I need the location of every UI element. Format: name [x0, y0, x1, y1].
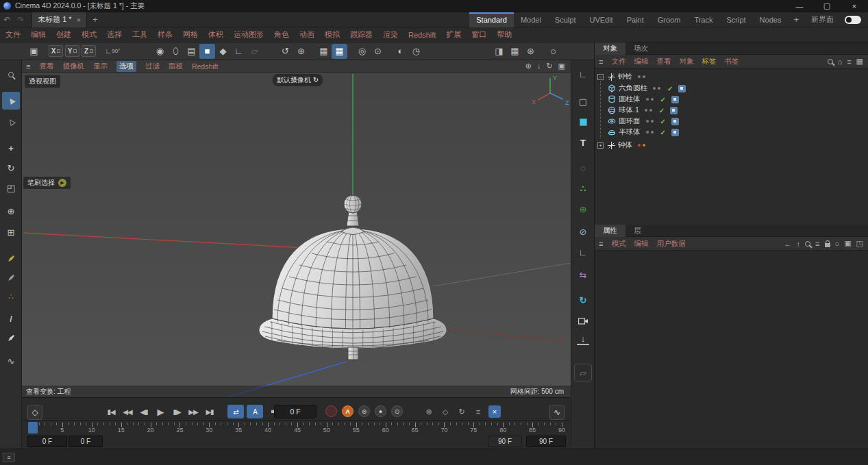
filter-icon[interactable]: ≡: [815, 240, 819, 248]
tree-row-hemisphere[interactable]: 半球体 ✓: [595, 127, 868, 138]
cluster-icon[interactable]: ∴: [574, 180, 592, 197]
capsule-tool-button[interactable]: ⬯: [168, 44, 184, 59]
text-tool-icon[interactable]: T: [574, 134, 592, 151]
rotate-view-icon[interactable]: ↻: [546, 62, 552, 71]
record-position-icon[interactable]: ⊕: [423, 405, 435, 418]
z-axis-lock-button[interactable]: Z: [82, 45, 96, 57]
spline-pen-button[interactable]: [2, 249, 20, 267]
filter-icon[interactable]: ≡: [847, 58, 851, 66]
viewport-canvas[interactable]: [22, 60, 571, 397]
visibility-dots[interactable]: [653, 87, 660, 90]
maximize-button[interactable]: ▢: [813, 0, 841, 12]
menu-mograph[interactable]: 运动图形: [234, 29, 264, 40]
grid-snap-button[interactable]: ▦: [316, 44, 332, 59]
om-menu-bookmarks[interactable]: 书签: [724, 57, 739, 66]
phong-tag-icon[interactable]: [670, 107, 678, 114]
autokey-button[interactable]: A: [342, 405, 354, 417]
frame-region-icon[interactable]: ▢: [574, 93, 592, 110]
record-scale-icon[interactable]: ◇: [439, 405, 451, 418]
visibility-dots[interactable]: [645, 109, 652, 112]
import-tray-icon[interactable]: ↓: [577, 333, 589, 345]
snap-enabled-button[interactable]: ▦: [332, 44, 347, 59]
spline-tool-button[interactable]: ∟: [231, 44, 247, 59]
om-menu-view[interactable]: 查看: [656, 57, 671, 66]
timeline-graph-button[interactable]: ∿: [549, 405, 565, 420]
layout-tab-standard[interactable]: Standard: [469, 12, 514, 27]
undo-icon[interactable]: ↶: [0, 15, 14, 25]
menu-file[interactable]: 文件: [5, 29, 21, 40]
brush-play-icon[interactable]: ▶: [58, 179, 66, 187]
object-name[interactable]: 圆环面: [619, 116, 641, 126]
enabled-check-icon[interactable]: ✓: [659, 107, 665, 114]
close-tab-icon[interactable]: ×: [77, 16, 81, 24]
menu-tracker[interactable]: 跟踪器: [350, 29, 373, 40]
layout-tab-track[interactable]: Track: [687, 12, 719, 27]
vp-menu-filter[interactable]: 过滤: [145, 62, 160, 71]
vp-menu-options[interactable]: 选项: [116, 61, 136, 72]
layout-tab-groom[interactable]: Groom: [651, 12, 688, 27]
next-key-icon[interactable]: ▶▶: [185, 405, 201, 418]
vp-menu-redshift[interactable]: Redshift: [192, 62, 219, 71]
search-icon[interactable]: [828, 59, 833, 64]
collapse-icon[interactable]: −: [597, 74, 604, 80]
hamburger-icon[interactable]: ≡: [599, 58, 603, 66]
record-parameter-icon[interactable]: ≡: [472, 405, 484, 418]
menu-render[interactable]: 渲染: [383, 29, 398, 40]
menu-window[interactable]: 窗口: [471, 29, 486, 40]
toggle-view-icon[interactable]: ▣: [558, 62, 565, 71]
tab-attributes[interactable]: 属性: [595, 225, 625, 237]
object-name[interactable]: 钟体: [618, 140, 632, 150]
loop-playback-icon[interactable]: ⇄: [227, 405, 244, 418]
vp-menu-view[interactable]: 查看: [39, 62, 53, 71]
menu-extensions[interactable]: 扩展: [446, 29, 461, 40]
history-button[interactable]: ◷: [408, 44, 424, 59]
y-axis-lock-button[interactable]: Y: [65, 45, 79, 57]
visibility-dots[interactable]: [646, 98, 654, 101]
object-name[interactable]: 六角圆柱: [619, 84, 647, 93]
playhead[interactable]: [28, 422, 38, 433]
keyframe-preset-button[interactable]: ●: [375, 405, 386, 417]
rotate-tool-button[interactable]: ↻: [2, 159, 20, 177]
layout-tab-sculpt[interactable]: Sculpt: [548, 12, 583, 27]
menu-spline[interactable]: 样条: [158, 29, 173, 40]
home-icon[interactable]: ⌂: [838, 58, 843, 66]
enabled-check-icon[interactable]: ✓: [660, 118, 666, 125]
axis-gizmo[interactable]: Y X Z: [528, 73, 571, 108]
hamburger-icon[interactable]: ≡: [26, 62, 30, 71]
platonic-tool-button[interactable]: ◆: [215, 44, 231, 59]
ui-toggle-switch[interactable]: [845, 16, 861, 24]
layout-tab-uvedit[interactable]: UVEdit: [582, 12, 619, 27]
spline-smooth-button[interactable]: ∿: [2, 352, 20, 370]
point-cluster-button[interactable]: ∴: [2, 288, 20, 305]
prev-key-icon[interactable]: ◀◀: [119, 405, 136, 418]
enabled-check-icon[interactable]: ✓: [660, 129, 666, 136]
range-end-field[interactable]: 90 F: [526, 436, 566, 447]
object-name[interactable]: 球体.1: [619, 105, 639, 115]
circle-icon[interactable]: ○: [835, 240, 840, 248]
menu-redshift[interactable]: Redshift: [408, 31, 436, 39]
axis-workplane-icon[interactable]: ∟: [574, 244, 592, 260]
pen-tag-icon[interactable]: ▱: [574, 364, 592, 381]
menu-character[interactable]: 角色: [274, 29, 289, 40]
dotted-sphere-icon[interactable]: ◌: [574, 160, 592, 176]
axis-center-button[interactable]: ⊕: [293, 44, 309, 59]
am-menu-mode[interactable]: 模式: [611, 239, 625, 249]
camera-pill[interactable]: 默认摄像机 ↻: [273, 74, 323, 86]
goto-end-icon[interactable]: ▶▮: [201, 405, 218, 418]
tab-objects[interactable]: 对象: [595, 42, 625, 55]
menu-mesh[interactable]: 网格: [183, 29, 198, 40]
menu-edit[interactable]: 编辑: [31, 29, 46, 40]
rotate-sphere-icon[interactable]: ↻: [574, 292, 592, 308]
phong-tag-icon[interactable]: [678, 85, 686, 92]
menu-mode[interactable]: 模式: [82, 29, 97, 40]
layout-tab-paint[interactable]: Paint: [620, 12, 651, 27]
pen-tool-button[interactable]: [2, 329, 20, 347]
object-name[interactable]: 半球体: [619, 127, 641, 137]
menu-volume[interactable]: 体积: [208, 29, 223, 40]
camera-add-icon[interactable]: [574, 312, 592, 329]
om-menu-edit[interactable]: 编辑: [634, 57, 648, 66]
expand-icon[interactable]: +: [597, 142, 604, 149]
object-name[interactable]: 钟铃: [618, 72, 632, 81]
gear-dots-icon[interactable]: ⊛: [574, 201, 592, 217]
autokey-range-button[interactable]: A: [247, 405, 263, 418]
